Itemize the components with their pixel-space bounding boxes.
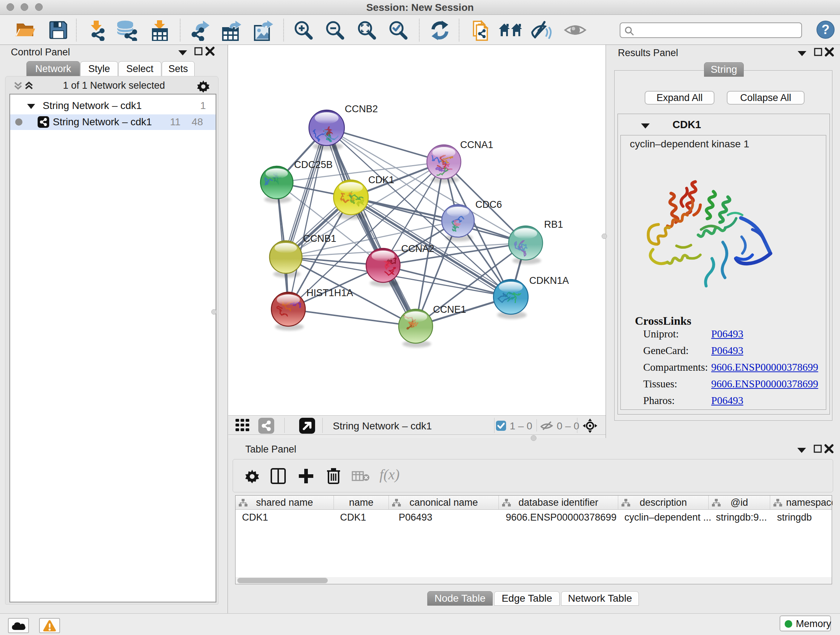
svg-text:CCNA1: CCNA1: [460, 139, 493, 150]
svg-text:CCNE1: CCNE1: [433, 304, 466, 315]
svg-text:CCNA2: CCNA2: [401, 243, 434, 254]
svg-text:CDC25B: CDC25B: [294, 159, 333, 170]
svg-text:HIST1H1A: HIST1H1A: [306, 287, 353, 298]
svg-text:CDC6: CDC6: [475, 199, 502, 210]
svg-text:CCNB2: CCNB2: [345, 103, 378, 114]
svg-text:?: ?: [821, 22, 829, 37]
svg-text:CDK1: CDK1: [368, 174, 394, 185]
svg-text:RB1: RB1: [544, 219, 563, 230]
svg-text:CCNB1: CCNB1: [303, 233, 336, 244]
svg-text:CDKN1A: CDKN1A: [529, 275, 569, 286]
